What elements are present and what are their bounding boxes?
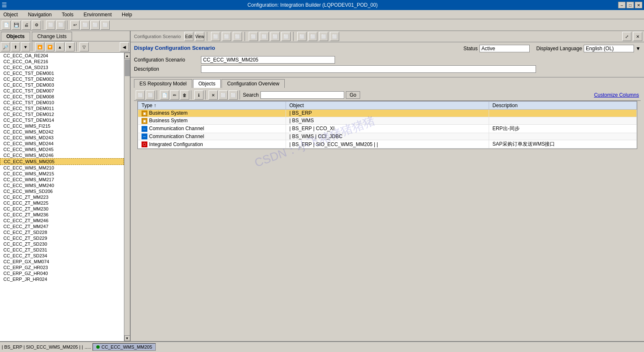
list-item[interactable]: CC_ECC_OA_RE216: [0, 59, 124, 64]
left-tb-btn-1[interactable]: 🔎: [1, 42, 10, 51]
list-item[interactable]: CC_ECC_ZT_MM230: [0, 206, 124, 212]
description-input[interactable]: [201, 65, 536, 73]
config-scenario-input[interactable]: [201, 56, 335, 64]
list-item[interactable]: CC_ERP_GZ_HR023: [0, 265, 124, 270]
tab-config-overview[interactable]: Configuration Overview: [222, 79, 285, 88]
table-tb-6[interactable]: ℹ: [194, 90, 204, 100]
list-item[interactable]: CC_ECC_WMS_MD245: [0, 146, 124, 152]
list-item[interactable]: CC_ECC_WMS_MM217: [0, 177, 124, 182]
list-item[interactable]: CC_ECC_OA_SD213: [0, 64, 124, 70]
scroll-up[interactable]: ▲: [124, 53, 130, 59]
list-item[interactable]: CC_ECC_TST_DEM014: [0, 117, 124, 123]
list-item[interactable]: CC_ECC_ZT_SD234: [0, 253, 124, 259]
right-tb-view[interactable]: View: [195, 32, 204, 41]
table-row[interactable]: ⬡Integrated Configuration| BS_ERP | SIO_…: [138, 140, 637, 149]
right-tb-4[interactable]: ⬜: [249, 32, 258, 41]
list-item[interactable]: CC_ECC_ZT_MM223: [0, 194, 124, 200]
status-input[interactable]: [479, 45, 530, 52]
left-tb-btn-7[interactable]: ▼: [65, 42, 75, 51]
table-tb-7[interactable]: ✕: [209, 90, 218, 100]
list-item[interactable]: CC_ECC_WMS_MD243: [0, 135, 124, 141]
list-item[interactable]: CC_ECC_WMS_FI215: [0, 123, 124, 129]
left-tab-changelists[interactable]: Change Lists: [32, 32, 72, 41]
table-tb-4[interactable]: ✏: [170, 90, 179, 100]
menu-tools[interactable]: Tools: [60, 11, 75, 18]
list-item[interactable]: CC_ECC_ZT_SD229: [0, 235, 124, 241]
close-button[interactable]: ✕: [635, 2, 642, 8]
minimize-button[interactable]: –: [618, 2, 626, 8]
toolbar-btn-1[interactable]: 📄: [2, 21, 11, 30]
list-item[interactable]: CC_ECC_WMS_MM240: [0, 182, 124, 188]
list-item[interactable]: CC_ECC_ZT_MM225: [0, 200, 124, 206]
menu-environment[interactable]: Environment: [82, 11, 113, 18]
table-row[interactable]: ↔Communication Channel| BS_ERP | CCO_XIE…: [138, 124, 637, 133]
list-item[interactable]: CC_ECC_TST_DEM008: [0, 94, 124, 100]
list-item[interactable]: CC_ECC_ZT_MM246: [0, 218, 124, 224]
right-tb-1[interactable]: ⬜: [211, 32, 220, 41]
toolbar-btn-8[interactable]: ⬜: [80, 21, 90, 30]
right-tb-11[interactable]: ⬜: [330, 32, 339, 41]
right-tb-6[interactable]: ⬜: [270, 32, 280, 41]
list-item[interactable]: CC_ECC_TST_DEM010: [0, 100, 124, 105]
list-item[interactable]: CC_ECC_OA_RE204: [0, 53, 124, 59]
list-item[interactable]: CC_ECC_TST_DEM001: [0, 70, 124, 76]
list-item[interactable]: CC_ERP_GZ_HR040: [0, 270, 124, 276]
list-item[interactable]: CC_ERP_JR_HR024: [0, 276, 124, 282]
table-row[interactable]: ▣Business System| BS_WMS: [138, 117, 637, 124]
lang-dropdown-icon[interactable]: ▼: [636, 46, 641, 51]
go-button[interactable]: Go: [346, 91, 360, 99]
right-tb-8[interactable]: ⬜: [297, 32, 307, 41]
list-item[interactable]: CC_ECC_WMS_SD206: [0, 188, 124, 194]
list-item[interactable]: CC_ECC_TST_DEM003: [0, 82, 124, 88]
left-scrollbar[interactable]: ▲ ▼: [124, 53, 130, 341]
list-item[interactable]: CC_ECC_ZT_MM236: [0, 212, 124, 218]
list-item[interactable]: CC_ECC_ZT_SD228: [0, 229, 124, 235]
table-row[interactable]: ↔Communication Channel| BS_WMS | CCI_JDB…: [138, 133, 637, 140]
list-item[interactable]: CC_ECC_TST_DEM002: [0, 76, 124, 82]
list-item[interactable]: CC_ECC_WMS_MM215: [0, 171, 124, 177]
taskbar-item-active[interactable]: CC_ECC_WMS_MM205: [93, 343, 156, 351]
toolbar-btn-6[interactable]: ⬜: [56, 21, 65, 30]
table-tb-8[interactable]: ⬜: [219, 90, 228, 100]
maximize-button[interactable]: □: [626, 2, 634, 8]
right-tb-10[interactable]: ⬜: [319, 32, 328, 41]
table-tb-2[interactable]: ⬜: [146, 90, 155, 100]
list-item[interactable]: CC_ECC_TST_DEM012: [0, 111, 124, 117]
customize-columns-link[interactable]: Customize Columns: [594, 92, 639, 98]
left-tb-btn-5[interactable]: 🔽: [45, 42, 54, 51]
toolbar-btn-7[interactable]: ↩: [70, 21, 80, 30]
list-item[interactable]: CC_ECC_WMS_MD244: [0, 141, 124, 146]
toolbar-btn-2[interactable]: 💾: [12, 21, 21, 30]
right-tb-close[interactable]: ✕: [633, 32, 642, 41]
toolbar-btn-9[interactable]: ⬜: [90, 21, 100, 30]
menu-help[interactable]: Help: [120, 11, 134, 18]
scroll-thumb[interactable]: [125, 59, 130, 76]
left-tb-btn-4[interactable]: 🔼: [35, 42, 44, 51]
menu-navigation[interactable]: Navigation: [26, 11, 54, 18]
right-tb-edit[interactable]: Edit: [184, 32, 193, 41]
table-tb-3[interactable]: 📄: [160, 90, 169, 100]
left-tb-collapse[interactable]: ◀: [120, 42, 129, 51]
right-tb-7[interactable]: ⬜: [281, 32, 291, 41]
left-tb-btn-2[interactable]: ⬆: [11, 42, 20, 51]
table-tb-5[interactable]: 🗑: [180, 90, 189, 100]
table-tb-9[interactable]: ⬜: [229, 90, 238, 100]
list-item[interactable]: CC_ECC_WMS_MM210: [0, 165, 124, 171]
search-input[interactable]: [260, 91, 344, 99]
table-tb-1[interactable]: ⬜: [136, 90, 145, 100]
list-item[interactable]: CC_ECC_WMS_MM205: [0, 158, 124, 165]
toolbar-btn-5[interactable]: ⬜: [46, 21, 55, 30]
right-tb-2[interactable]: ⬜: [222, 32, 231, 41]
list-item[interactable]: CC_ECC_TST_DEM007: [0, 88, 124, 94]
menu-object[interactable]: Object: [2, 11, 20, 18]
tab-es-repository[interactable]: ES Repository Model: [134, 79, 192, 88]
right-tb-maximize[interactable]: ⤢: [622, 32, 631, 41]
tab-objects[interactable]: Objects: [193, 79, 221, 88]
list-item[interactable]: CC_ERP_GX_MM074: [0, 259, 124, 265]
left-tb-filter[interactable]: ▽: [80, 42, 89, 51]
toolbar-btn-10[interactable]: ⬜: [100, 21, 110, 30]
left-tb-btn-6[interactable]: ▲: [55, 42, 64, 51]
lang-input[interactable]: [584, 45, 634, 52]
right-tb-5[interactable]: ⬜: [260, 32, 269, 41]
list-item[interactable]: CC_ECC_WMS_MD242: [0, 129, 124, 135]
